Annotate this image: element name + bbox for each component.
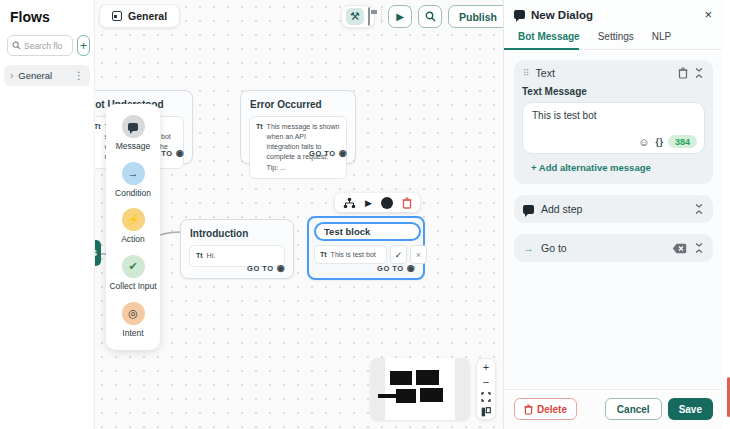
fullscreen-icon [481,392,491,402]
block-introduction[interactable]: Introduction Tt Hi. GO TO ◉ [180,219,294,279]
expand-goto-button[interactable] [694,242,704,254]
text-message-input[interactable]: This is test bot [523,103,704,137]
add-flow-button[interactable]: + [77,35,90,56]
go-to-card[interactable]: → Go to [514,234,713,262]
play-icon: ▶ [365,198,372,208]
message-icon [523,205,534,214]
block-test-selected[interactable]: Tt This is test bot ✓ × GO TO ◉ [307,216,425,280]
collapse-step-button[interactable] [694,67,704,79]
text-card-title: Text [536,67,555,79]
cancel-button[interactable]: Cancel [605,398,662,420]
block-error-occurred[interactable]: Error Occurred Tt This message is shown … [240,90,356,164]
color-swatch-button[interactable] [381,197,393,209]
palette-item-collect-input[interactable]: ✔ Collect Input [109,255,157,292]
panel-header: New Dialog × [504,0,722,25]
text-step-card: ⠿ Text [514,60,713,184]
plus-icon: + [80,39,87,53]
tools-icon: ⚒ [350,10,360,23]
tab-nlp[interactable]: NLP [652,31,671,49]
sidebar-item-general[interactable]: › General ⋮ [4,65,90,86]
mode-toggle-group: ⚒ [341,5,375,28]
sidebar-item-label: General [18,70,52,81]
condition-arrow-icon: → [122,162,145,185]
add-alternative-link[interactable]: + Add alternative message [522,154,705,175]
flow-canvas[interactable]: General ⚒ ▶ Publish [95,0,503,429]
goto-port[interactable]: GO TO ◉ [377,264,415,273]
zoom-in-button[interactable]: + [477,359,495,374]
cancel-edit-button[interactable]: × [410,245,427,264]
palette-item-condition[interactable]: → Condition [109,162,157,199]
message-icon [122,115,145,138]
minimap-node [390,371,412,385]
close-panel-button[interactable]: × [704,8,712,21]
block-title-input[interactable] [314,222,421,241]
sidebar-title: Flows [0,0,94,25]
goto-port[interactable]: GO TO ◉ [247,264,285,273]
search-input[interactable] [24,41,68,51]
panel-body: ⠿ Text [504,50,722,389]
test-play-button[interactable]: ▶ [388,5,412,28]
minimap[interactable] [370,358,470,420]
delete-button[interactable]: Delete [514,398,577,420]
zoom-out-button[interactable]: − [477,374,495,389]
canvas-toolbar: ⚒ ▶ Publish [341,5,503,28]
variables-button[interactable]: { } [655,137,662,147]
emoji-picker-button[interactable]: ☺ [638,136,649,148]
board-layout-icon [481,407,491,417]
start-node[interactable]: S [95,240,101,266]
minus-icon: − [483,376,489,388]
dialog-editor-panel: New Dialog × Bot Message Settings NLP ⠿ … [503,0,722,429]
port-icon: ◉ [277,264,285,273]
comment-mode-button[interactable] [368,8,370,26]
go-to-label: Go to [541,242,567,254]
sitemap-button[interactable] [343,197,356,209]
tab-settings[interactable]: Settings [598,31,634,49]
flow-tab-general[interactable]: General [99,4,180,28]
palette-item-action[interactable]: ⚡ Action [109,208,157,245]
publish-button[interactable]: Publish [449,11,503,23]
palette-item-intent[interactable]: ◎ Intent [109,302,157,339]
port-icon: ◉ [176,149,184,158]
expand-add-step-button[interactable] [694,203,704,215]
block-message-text: This is test bot [331,251,376,258]
flow-icon [112,11,122,21]
build-tools-button[interactable]: ⚒ [346,8,364,25]
tab-bot-message[interactable]: Bot Message [518,31,580,49]
block-message-card[interactable]: Tt This message is shown when an API int… [249,116,347,179]
chevron-right-icon: › [10,70,13,81]
delete-block-button[interactable] [402,197,412,209]
close-icon: × [704,7,712,22]
trash-icon [402,197,412,209]
text-message-label: Text Message [522,86,705,97]
block-context-toolbar: ▶ [335,193,420,212]
kebab-menu-icon[interactable]: ⋮ [74,70,84,81]
search-canvas-button[interactable] [418,5,442,28]
goto-port[interactable]: GO TO ◉ [309,149,347,158]
block-title: Introduction [181,220,293,245]
toolbar-divider [381,9,382,25]
minimap-node [420,388,443,402]
save-button[interactable]: Save [668,398,713,420]
fit-view-button[interactable] [477,389,495,404]
drag-handle-icon[interactable]: ⠿ [523,68,530,78]
block-message-text: This message is shown when an API integr… [267,122,340,173]
delete-step-button[interactable] [678,67,688,79]
panel-footer: Delete Cancel Save [504,389,722,429]
sitemap-icon [343,197,356,209]
palette-item-message[interactable]: Message [109,115,157,152]
step-palette: Message → Condition ⚡ Action ✔ Collect I… [106,104,160,350]
confirm-button[interactable]: ✓ [390,245,407,264]
add-step-label: Add step [541,203,582,215]
check-icon: ✓ [395,250,403,260]
text-type-icon: Tt [196,251,203,261]
run-block-button[interactable]: ▶ [365,198,372,208]
minimap-node [416,370,439,385]
block-message-card[interactable]: Tt This is test bot [314,245,387,264]
trash-icon [524,404,533,415]
publish-split-button: Publish [448,5,503,28]
text-message-box: This is test bot ☺ { } 384 [522,102,705,154]
clear-goto-button[interactable] [672,243,687,254]
add-step-card[interactable]: Add step [514,195,713,223]
layout-button[interactable] [477,404,495,419]
search-box[interactable] [7,35,73,56]
